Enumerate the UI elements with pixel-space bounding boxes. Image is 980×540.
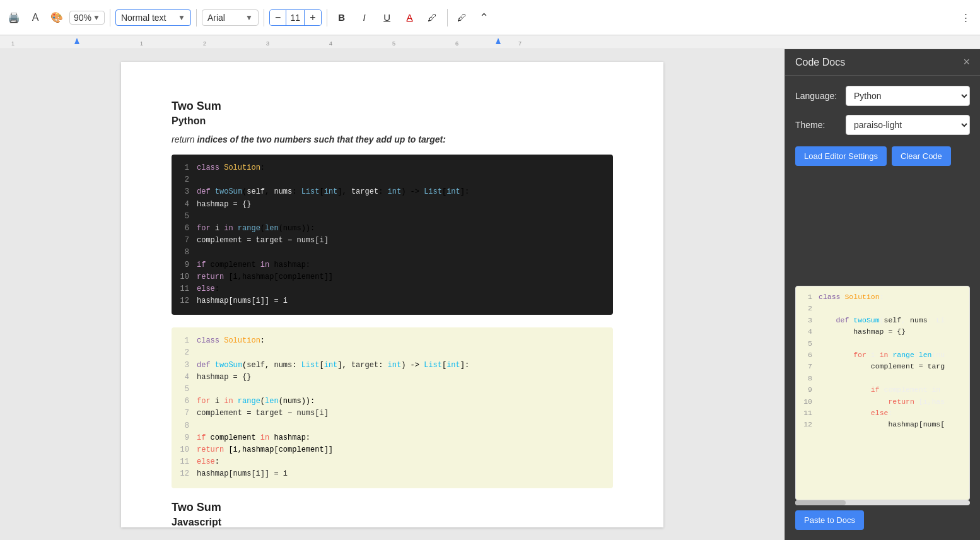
editor-line: 2: [801, 303, 964, 314]
zoom-value: 90%: [74, 13, 91, 23]
editor-line: 5: [801, 338, 964, 349]
doc-page: Two Sum Python return indices of the two…: [121, 62, 663, 527]
code-line: 2: [179, 174, 605, 186]
editor-line: 7 complement = targ: [801, 361, 964, 372]
editor-line: 10 return [i,has: [801, 396, 964, 408]
paste-btn-row: Paste to Docs: [785, 510, 980, 540]
doc-lang-2: Javascript: [172, 517, 613, 528]
code-block-light: 1 class Solution: 2 3 def twoSum(self, n…: [172, 327, 613, 488]
theme-select[interactable]: paraiso-light paraiso-dark monokai githu…: [846, 115, 970, 135]
divider-4: [327, 9, 327, 26]
code-line: 4 hashmap = {}: [179, 199, 605, 211]
code-line: 4 hashmap = {}: [179, 372, 605, 384]
scrollbar-thumb[interactable]: [795, 500, 846, 505]
editor-line: 4 hashmap = {}: [801, 326, 964, 338]
code-line: 1 class Solution:: [179, 335, 605, 347]
load-editor-settings-button[interactable]: Load Editor Settings: [795, 146, 887, 166]
font-size-control: − 11 +: [269, 9, 322, 26]
editor-line: 3 def twoSum(self, nums: Li: [801, 315, 964, 326]
paint-format-icon[interactable]: 🎨: [48, 9, 66, 26]
zoom-chevron-icon: ▼: [93, 13, 100, 22]
doc-title-1: Two Sum: [172, 100, 613, 113]
style-chevron-icon: ▼: [178, 13, 185, 22]
font-size-decrease-button[interactable]: −: [270, 10, 286, 25]
code-line: 6 for i in range(len(nums)):: [179, 223, 605, 235]
panel-scrollbar[interactable]: [795, 500, 970, 505]
font-dropdown[interactable]: Arial ▼: [202, 9, 259, 26]
theme-row: Theme: paraiso-light paraiso-dark monoka…: [795, 115, 970, 135]
language-label: Language:: [795, 91, 839, 101]
code-line: 10 return [i,hashmap[complement]]: [179, 444, 605, 456]
code-line: 8: [179, 420, 605, 432]
code-line: 2: [179, 347, 605, 359]
document-area: Two Sum Python return indices of the two…: [0, 49, 785, 540]
text-color-button[interactable]: A: [400, 8, 419, 27]
code-line: 3 def twoSum(self, nums: List[int], targ…: [179, 186, 605, 198]
svg-text:5: 5: [392, 40, 395, 47]
divider-2: [196, 9, 197, 26]
divider-3: [264, 9, 264, 26]
clear-code-button[interactable]: Clear Code: [892, 146, 951, 166]
style-dropdown[interactable]: Normal text ▼: [115, 9, 191, 26]
paste-to-docs-button[interactable]: Paste to Docs: [795, 510, 864, 530]
code-editor-panel[interactable]: 1 class Solution: 2 3 def twoSum(self, n…: [795, 286, 970, 500]
code-line: 5: [179, 211, 605, 223]
doc-intro-text: return: [172, 134, 197, 144]
doc-lang-1: Python: [172, 115, 613, 127]
code-line: 5: [179, 384, 605, 396]
highlight-button[interactable]: 🖊: [423, 8, 442, 27]
doc-intro: return indices of the two numbers such t…: [172, 134, 613, 144]
editor-line: 6 for i in range(len(nu: [801, 349, 964, 361]
svg-text:2: 2: [203, 40, 206, 47]
style-value: Normal text: [121, 13, 166, 23]
theme-label: Theme:: [795, 120, 839, 130]
svg-text:7: 7: [518, 40, 522, 47]
code-line: 9 if complement in hashmap:: [179, 432, 605, 444]
italic-button[interactable]: I: [355, 8, 374, 27]
svg-text:6: 6: [455, 40, 458, 47]
expand-icon[interactable]: ⌃: [475, 9, 493, 26]
font-chevron-icon: ▼: [245, 13, 253, 22]
close-button[interactable]: ×: [963, 56, 970, 69]
svg-text:3: 3: [266, 40, 269, 47]
editor-line: 1 class Solution:: [801, 291, 964, 303]
language-select[interactable]: Python JavaScript Java C++ Go Rust: [846, 86, 970, 106]
code-line: 11 else:: [179, 456, 605, 468]
font-value: Arial: [207, 13, 225, 23]
ruler: 1 1 2 3 4 5 6 7: [0, 35, 980, 49]
code-line: 12 hashmap[nums[i]] = i: [179, 295, 605, 307]
print-icon[interactable]: 🖨️: [5, 9, 23, 26]
link-button[interactable]: 🖊: [453, 8, 472, 27]
spellcheck-icon[interactable]: A: [26, 9, 44, 26]
code-line: 1 class Solution:: [179, 162, 605, 174]
svg-text:4: 4: [329, 40, 332, 47]
panel-title: Code Docs: [795, 57, 845, 68]
code-line: 11 else:: [179, 283, 605, 295]
font-size-increase-button[interactable]: +: [305, 10, 320, 25]
code-line: 9 if complement in hashmap:: [179, 259, 605, 271]
code-line: 12 hashmap[nums[i]] = i: [179, 468, 605, 480]
svg-marker-9: [496, 38, 501, 44]
divider-5: [447, 9, 448, 26]
panel-header: Code Docs ×: [785, 49, 980, 76]
doc-title-2: Two Sum: [172, 501, 613, 514]
code-line: 3 def twoSum(self, nums: List[int], targ…: [179, 360, 605, 372]
code-block-dark: 1 class Solution: 2 3 def twoSum(self, n…: [172, 155, 613, 315]
zoom-control[interactable]: 90% ▼: [69, 11, 105, 25]
bold-button[interactable]: B: [332, 8, 351, 27]
code-line: 7 complement = target − nums[i]: [179, 235, 605, 247]
panel-buttons: Load Editor Settings Clear Code: [795, 146, 970, 166]
svg-text:1: 1: [140, 40, 143, 47]
editor-line: 12 hashmap[nums[: [801, 419, 964, 430]
editor-line: 8: [801, 373, 964, 384]
language-row: Language: Python JavaScript Java C++ Go …: [795, 86, 970, 106]
panel-body: Language: Python JavaScript Java C++ Go …: [785, 76, 980, 286]
underline-button[interactable]: U: [378, 8, 397, 27]
editor-line: 11 else:: [801, 408, 964, 419]
more-button[interactable]: ⋮: [956, 8, 975, 27]
svg-marker-8: [74, 38, 79, 44]
code-line: 10 return [i,hashmap[complement]]: [179, 271, 605, 283]
side-panel: Code Docs × Language: Python JavaScript …: [785, 49, 980, 540]
divider-1: [110, 9, 110, 26]
toolbar: 🖨️ A 🎨 90% ▼ Normal text ▼ Arial ▼ − 11 …: [0, 0, 980, 35]
